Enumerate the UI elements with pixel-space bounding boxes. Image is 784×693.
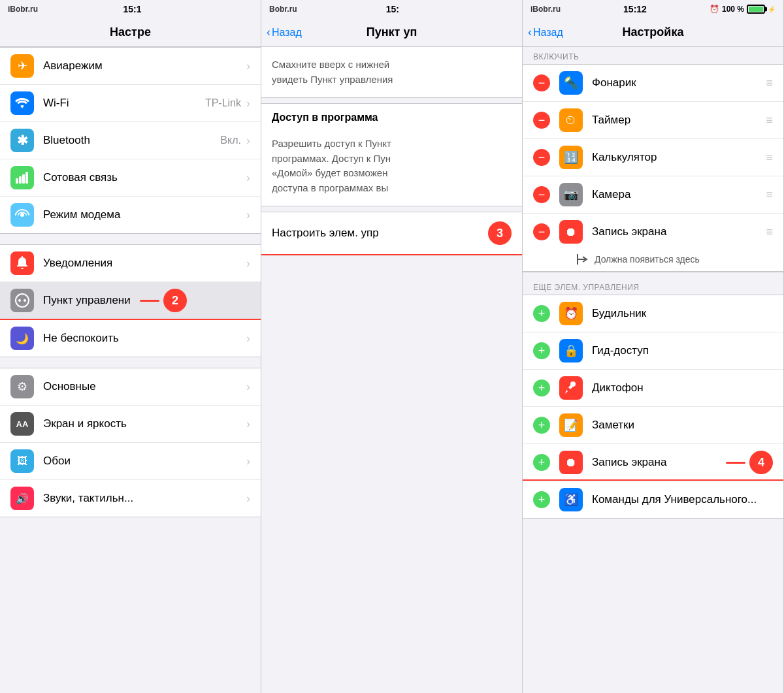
- settings-row-control-center[interactable]: Пункт управлени 2: [0, 282, 261, 320]
- dnd-label: Не беспокоить: [43, 332, 244, 345]
- add-guided-btn[interactable]: +: [533, 342, 550, 359]
- sounds-chevron: ›: [246, 492, 250, 506]
- settings-row-airplane[interactable]: ✈ Авиарежим ›: [0, 48, 261, 85]
- drag-handle-calculator: ≡: [766, 151, 773, 165]
- notifications-label: Уведомления: [43, 257, 244, 270]
- control-row-accessibility[interactable]: + ♿ Команды для Универсального...: [523, 481, 783, 518]
- airplane-chevron: ›: [246, 59, 250, 73]
- time-right: 15:12: [623, 4, 647, 14]
- svg-point-5: [16, 294, 29, 307]
- panel-content-left: ✈ Авиарежим › Wi-Fi TP-Link › ✱ Bluet: [0, 47, 261, 693]
- control-row-voice[interactable]: + Диктофон: [523, 370, 783, 407]
- control-row-timer[interactable]: − ⏲ Таймер ≡: [523, 102, 783, 139]
- status-bar-left: iBobr.ru 15:1: [0, 0, 261, 18]
- remove-timer-btn[interactable]: −: [533, 112, 550, 129]
- add-voice-btn[interactable]: +: [533, 379, 550, 396]
- control-row-flashlight[interactable]: − 🔦 Фонарик ≡: [523, 65, 783, 102]
- chevron-back-middle: ‹: [267, 25, 270, 39]
- notes-icon: 📝: [559, 413, 583, 437]
- settings-row-cellular[interactable]: Сотовая связь ›: [0, 159, 261, 197]
- nav-back-right[interactable]: ‹ Назад: [528, 25, 563, 39]
- accessibility-label: Команды для Универсального...: [592, 493, 773, 506]
- customize-section: Настроить элем. упр 3: [261, 212, 522, 255]
- alarm-icon: ⏰: [710, 5, 719, 14]
- right-panel: iBobr.ru 15:12 ⏰ 100 % ⚡ ‹ Назад Настрой…: [523, 0, 784, 693]
- text-block-1: Смахните вверх с нижней увидеть Пункт уп…: [261, 47, 522, 98]
- chevron-back-right: ‹: [528, 25, 532, 39]
- cellular-label: Сотовая связь: [43, 171, 244, 184]
- cellular-icon: [10, 166, 34, 189]
- settings-row-display[interactable]: AA Экран и яркость ›: [0, 406, 261, 443]
- nav-back-label-middle: Назад: [272, 27, 302, 39]
- hotspot-label: Режим модема: [43, 208, 244, 221]
- nav-bar-middle: ‹ Назад Пункт уп: [261, 18, 522, 47]
- control-row-guided[interactable]: + 🔒 Гид-доступ: [523, 332, 783, 370]
- settings-group-1: ✈ Авиарежим › Wi-Fi TP-Link › ✱ Bluet: [0, 47, 261, 234]
- nav-back-middle[interactable]: ‹ Назад: [267, 25, 302, 39]
- screenrecord-more-icon: ⏺: [559, 451, 583, 474]
- settings-row-dnd[interactable]: 🌙 Не беспокоить ›: [0, 320, 261, 357]
- general-icon: ⚙: [10, 375, 34, 398]
- bluetooth-chevron: ›: [246, 134, 250, 148]
- add-notes-btn[interactable]: +: [533, 417, 550, 434]
- remove-calculator-btn[interactable]: −: [533, 149, 550, 166]
- hotspot-icon: [10, 203, 34, 227]
- camera-label: Камера: [592, 188, 766, 201]
- domain-middle: Bobr.ru: [269, 5, 297, 14]
- airplane-icon: ✈: [10, 54, 34, 78]
- add-screenrecord-btn[interactable]: +: [533, 454, 550, 471]
- settings-row-general[interactable]: ⚙ Основные ›: [0, 368, 261, 406]
- svg-rect-1: [19, 176, 22, 184]
- panel-content-right: ВКЛЮЧИТЬ − 🔦 Фонарик ≡ − ⏲ Таймер ≡ − 🔢 …: [523, 47, 783, 693]
- status-bar-middle: Bobr.ru 15:: [261, 0, 522, 18]
- flashlight-label: Фонарик: [592, 76, 766, 89]
- wifi-value: TP-Link: [205, 97, 241, 109]
- settings-row-hotspot[interactable]: Режим модема ›: [0, 197, 261, 233]
- cellular-chevron: ›: [246, 171, 250, 185]
- sounds-icon: 🔊: [10, 487, 34, 510]
- annotation-arrow-icon: [575, 253, 595, 266]
- timer-label: Таймер: [592, 114, 766, 127]
- wallpaper-icon: 🖼: [10, 449, 34, 473]
- control-row-notes[interactable]: + 📝 Заметки: [523, 407, 783, 444]
- svg-rect-3: [25, 172, 28, 184]
- middle-panel: Bobr.ru 15: ‹ Назад Пункт уп Смахните вв…: [261, 0, 523, 693]
- add-alarm-btn[interactable]: +: [533, 305, 550, 322]
- drag-handle-flashlight: ≡: [766, 76, 773, 90]
- control-row-camera[interactable]: − 📷 Камера ≡: [523, 176, 783, 214]
- screenrecord-include-icon: ⏺: [559, 220, 583, 244]
- svg-rect-2: [22, 174, 25, 184]
- add-accessibility-btn[interactable]: +: [533, 491, 550, 508]
- general-label: Основные: [43, 380, 244, 393]
- battery-percent: 100 %: [722, 5, 744, 14]
- control-row-calculator[interactable]: − 🔢 Калькулятор ≡: [523, 139, 783, 176]
- time-left: 15:1: [123, 4, 141, 14]
- remove-screenrecord-include-btn[interactable]: −: [533, 223, 550, 240]
- customize-row[interactable]: Настроить элем. упр 3: [261, 212, 522, 254]
- control-row-alarm[interactable]: + ⏰ Будильник: [523, 295, 783, 332]
- nav-bar-right: ‹ Назад Настройка: [523, 18, 783, 47]
- settings-row-sounds[interactable]: 🔊 Звуки, тактильн... ›: [0, 480, 261, 517]
- left-panel: iBobr.ru 15:1 Настре ✈ Авиарежим ›: [0, 0, 261, 693]
- settings-row-wallpaper[interactable]: 🖼 Обои ›: [0, 443, 261, 480]
- screenrecord-more-label: Запись экрана: [592, 456, 726, 469]
- settings-row-notifications[interactable]: Уведомления ›: [0, 245, 261, 282]
- display-chevron: ›: [246, 417, 250, 431]
- remove-camera-btn[interactable]: −: [533, 186, 550, 203]
- timer-icon: ⏲: [559, 108, 583, 132]
- sounds-label: Звуки, тактильн...: [43, 492, 244, 505]
- flashlight-icon: 🔦: [559, 71, 583, 95]
- nav-title-right: Настройка: [623, 25, 684, 39]
- bluetooth-label: Bluetooth: [43, 134, 220, 147]
- status-bar-right: iBobr.ru 15:12 ⏰ 100 % ⚡: [523, 0, 783, 18]
- settings-row-wifi[interactable]: Wi-Fi TP-Link ›: [0, 85, 261, 122]
- annotation-text: Должна появиться здесь: [595, 254, 700, 265]
- remove-flashlight-btn[interactable]: −: [533, 74, 550, 91]
- control-row-screenrecord-include[interactable]: − ⏺ Запись экрана ≡ Должна появиться зде…: [523, 214, 783, 272]
- step-4-circle: 4: [749, 451, 773, 474]
- settings-row-bluetooth[interactable]: ✱ Bluetooth Вкл. ›: [0, 122, 261, 159]
- customize-label: Настроить элем. упр: [272, 227, 488, 240]
- text-access: Разрешить доступ к Пункт программах. Дос…: [261, 126, 522, 206]
- control-row-screenrecord-more[interactable]: + ⏺ Запись экрана 4: [523, 444, 783, 481]
- calculator-label: Калькулятор: [592, 151, 766, 164]
